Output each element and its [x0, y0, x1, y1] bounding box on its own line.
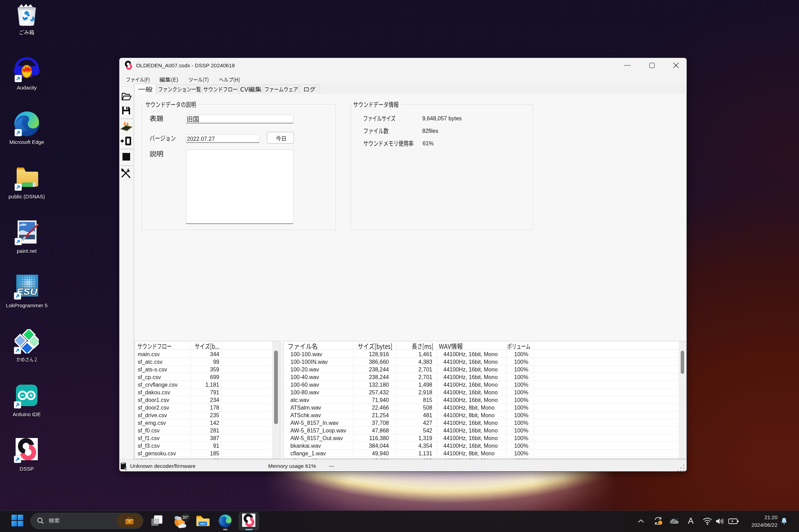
svg-text:30°: 30° [182, 515, 189, 520]
